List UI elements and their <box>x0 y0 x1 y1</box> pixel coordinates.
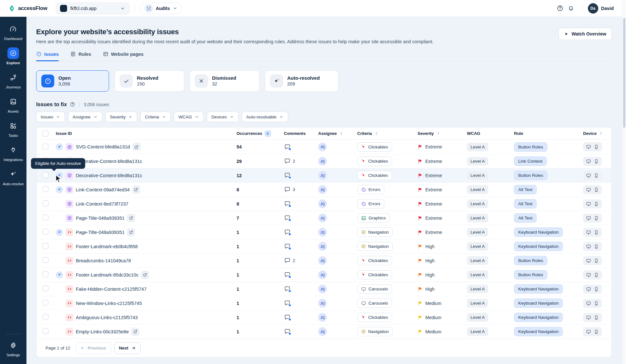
filter-auto-resolvable[interactable]: Auto-resolvable <box>242 112 288 122</box>
previous-page-button[interactable]: Previous <box>76 342 111 354</box>
rule-badge[interactable]: Keyboard Navigation <box>514 228 563 237</box>
issue-id[interactable]: Link-Context-8ed73f7237 <box>76 201 128 207</box>
sort-descending-icon[interactable] <box>265 130 271 137</box>
help-icon[interactable] <box>555 3 566 14</box>
sort-icon[interactable] <box>436 131 440 136</box>
rule-badge[interactable]: Button Roles <box>514 171 547 180</box>
rule-badge[interactable]: Alt Text <box>514 213 537 223</box>
tab-website-pages[interactable]: Website pages <box>103 51 144 61</box>
rule-badge[interactable]: Link Context <box>514 157 547 166</box>
assignee-avatar[interactable]: JQ <box>318 214 327 222</box>
row-checkbox[interactable] <box>43 144 48 149</box>
row-checkbox[interactable] <box>43 172 48 178</box>
row-checkbox[interactable] <box>43 328 48 334</box>
device-icons[interactable] <box>583 157 602 166</box>
issue-id[interactable]: Page-Title-048a939351 <box>76 216 125 221</box>
rule-badge[interactable]: Alt Text <box>514 199 537 208</box>
row-checkbox[interactable] <box>43 257 48 263</box>
rule-badge[interactable]: Button Roles <box>514 142 547 152</box>
device-icons[interactable] <box>583 228 602 237</box>
comments-cell[interactable]: 2 <box>284 158 318 165</box>
comments-cell[interactable] <box>284 286 318 292</box>
auto-resolve-eligible-icon[interactable] <box>56 143 63 150</box>
filter-devices[interactable]: Devices <box>207 112 238 122</box>
status-card-auto-resolved[interactable]: Auto-resolved209 <box>265 70 338 92</box>
sidebar-item-explore[interactable]: Explore <box>6 47 20 65</box>
device-icons[interactable] <box>583 199 602 208</box>
rule-badge[interactable]: Alt Text <box>514 185 537 194</box>
criteria-badge[interactable]: Errors <box>357 199 384 208</box>
sidebar-item-integrations[interactable]: Integrations <box>4 144 23 162</box>
criteria-badge[interactable]: Graphics <box>357 213 390 223</box>
user-name[interactable]: David <box>601 6 614 11</box>
open-issue-icon[interactable] <box>131 328 139 336</box>
next-page-button[interactable]: Next <box>114 342 141 354</box>
criteria-badge[interactable]: Clickables <box>357 142 392 152</box>
comments-cell[interactable] <box>284 200 318 207</box>
open-issue-icon[interactable] <box>132 186 140 194</box>
issue-id[interactable]: New-Window-Links-c2125f5745 <box>76 301 142 306</box>
filter-assignee[interactable]: Assignee <box>68 112 102 122</box>
user-avatar[interactable]: Da <box>588 3 598 14</box>
tab-issues[interactable]: Issues <box>36 51 59 61</box>
assignee-avatar[interactable]: JQ <box>318 242 327 251</box>
row-checkbox[interactable] <box>43 314 48 320</box>
sidebar-item-settings[interactable]: Settings <box>6 339 20 357</box>
criteria-badge[interactable]: Navigation <box>357 327 393 336</box>
assignee-avatar[interactable]: JQ <box>318 199 327 208</box>
auto-resolve-eligible-icon[interactable] <box>56 229 63 236</box>
row-checkbox[interactable] <box>43 300 48 306</box>
issue-id[interactable]: Decorative-Content-bfed8a131c <box>76 173 142 178</box>
row-checkbox[interactable] <box>43 271 48 277</box>
assignee-avatar[interactable]: JQ <box>318 313 327 322</box>
criteria-badge[interactable]: Clickables <box>357 171 392 180</box>
assignee-avatar[interactable]: JQ <box>318 157 327 166</box>
device-icons[interactable] <box>583 171 602 180</box>
issue-id[interactable]: Decorative-Content-bfed8a131c <box>76 159 142 164</box>
criteria-badge[interactable]: Navigation <box>357 242 393 251</box>
assignee-avatar[interactable]: JQ <box>318 185 327 194</box>
status-card-dismissed[interactable]: Dismissed32 <box>190 70 259 92</box>
project-selector[interactable]: fkffcl.csb.app <box>56 3 129 14</box>
device-icons[interactable] <box>583 299 602 308</box>
comments-cell[interactable] <box>284 144 318 150</box>
auto-resolve-eligible-icon[interactable] <box>56 271 63 278</box>
comments-cell[interactable] <box>284 243 318 250</box>
scrollbar-track[interactable] <box>622 0 626 364</box>
row-checkbox[interactable] <box>43 243 48 249</box>
comments-cell[interactable] <box>284 215 318 221</box>
issue-id[interactable]: Ambiguous-Links-c2125f5743 <box>76 315 138 320</box>
comments-cell[interactable]: 3 <box>284 186 318 193</box>
sidebar-item-tasks[interactable]: Tasks <box>7 120 19 137</box>
rule-badge[interactable]: Keyboard Navigation <box>514 242 563 251</box>
comments-cell[interactable] <box>284 229 318 236</box>
status-card-open[interactable]: Open3,056 <box>36 70 109 92</box>
watch-overview-button[interactable]: Watch Overview <box>559 28 612 40</box>
open-issue-icon[interactable] <box>141 271 149 279</box>
audits-dropdown[interactable]: Audits <box>140 3 182 14</box>
comments-cell[interactable] <box>284 328 318 335</box>
issue-id[interactable]: Empty-Links-00c3325e8e <box>76 329 129 334</box>
device-icons[interactable] <box>583 142 602 151</box>
issue-id[interactable]: Footer-Landmark-eb0b4cf858 <box>76 244 138 249</box>
filter-wcag[interactable]: WCAG <box>174 112 204 122</box>
device-icons[interactable] <box>583 214 602 223</box>
comments-cell[interactable]: 2 <box>284 257 318 264</box>
device-icons[interactable] <box>583 270 602 279</box>
criteria-badge[interactable]: Clickables <box>357 256 392 265</box>
comments-cell[interactable] <box>284 314 318 321</box>
sort-icon[interactable] <box>374 131 379 136</box>
assignee-avatar[interactable]: JQ <box>318 171 327 180</box>
auto-resolve-eligible-icon[interactable] <box>56 186 63 193</box>
device-icons[interactable] <box>583 327 602 336</box>
criteria-badge[interactable]: Carousels <box>357 284 392 294</box>
sort-icon[interactable] <box>339 131 343 136</box>
criteria-badge[interactable]: Navigation <box>357 228 393 237</box>
issue-id[interactable]: Footer-Landmark-85dc33c10c <box>76 272 138 278</box>
row-checkbox[interactable] <box>43 200 48 206</box>
device-icons[interactable] <box>583 242 602 251</box>
assignee-avatar[interactable]: JQ <box>318 299 327 308</box>
criteria-badge[interactable]: Carousels <box>357 298 392 308</box>
issue-id[interactable]: Page-Title-048a939351 <box>76 230 125 235</box>
issue-id[interactable]: Breadcrumbs-141049ca78 <box>76 258 131 263</box>
